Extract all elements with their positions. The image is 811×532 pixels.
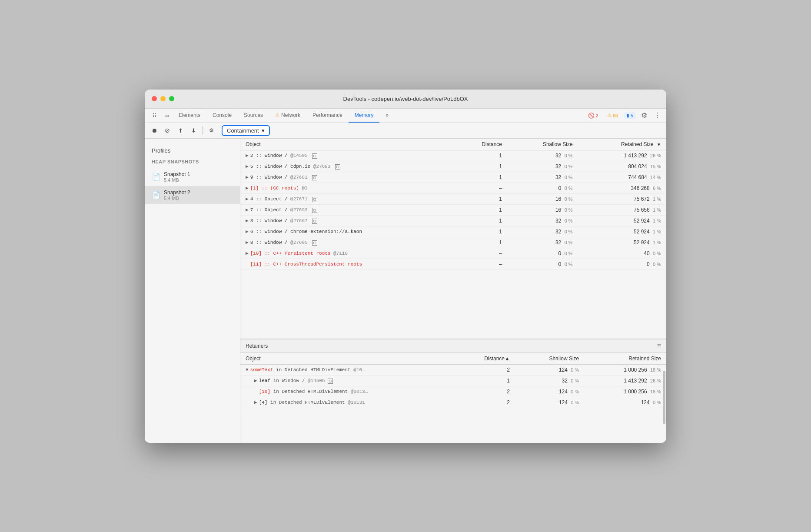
window-title: DevTools - codepen.io/web-dot-dev/live/P… <box>343 96 468 102</box>
expand-icon[interactable]: ▶ <box>246 163 249 169</box>
expand-icon[interactable]: ▶ <box>246 185 249 191</box>
retainers-header: Retainers ≡ <box>240 339 666 353</box>
main-table: Object Distance Shallow Size Retained Si… <box>240 139 666 270</box>
table-row[interactable]: ▶[11] :: C++ CrossThreadPersistent roots… <box>240 259 666 269</box>
tab-bar: ⠿ ▭ Elements Console Sources ⚠ Network P… <box>145 109 666 123</box>
table-row[interactable]: ▶8 :: Window / @27695 ▢132 0 %52 924 1 % <box>240 237 666 248</box>
expand-icon[interactable]: ▶ <box>246 207 249 213</box>
warning-icon: ⚠ <box>275 112 279 118</box>
more-icon[interactable]: ⋮ <box>652 110 663 121</box>
retainers-table-header: Object Distance▲ Shallow Size Retained S… <box>240 353 666 365</box>
info-badge[interactable]: ▮ 5 <box>624 112 636 119</box>
expand-icon[interactable]: ▶ <box>246 229 249 234</box>
collapse-icon[interactable]: ▼ <box>246 367 249 372</box>
table-row[interactable]: ▶4 :: Object / @27671 ▢116 0 %75 672 1 % <box>240 193 666 204</box>
retainers-table-body: ▼someText in Detached HTMLDivElement @10… <box>240 364 666 408</box>
table-row[interactable]: ▶3 :: Window / @27667 ▢132 0 %52 924 1 % <box>240 215 666 226</box>
expand-icon[interactable]: ▶ <box>246 239 249 245</box>
main-content: Profiles HEAP SNAPSHOTS 📄 Snapshot 1 5.4… <box>145 139 666 443</box>
minimize-button[interactable] <box>160 96 166 101</box>
tab-network[interactable]: ⚠ Network <box>269 109 306 123</box>
tab-inspector-icon[interactable]: ⠿ <box>148 110 160 122</box>
expand-icon[interactable]: ▶ <box>246 218 249 223</box>
expand-icon[interactable]: ▶ <box>246 174 249 180</box>
expand-icon[interactable]: ▶ <box>254 378 257 383</box>
ret-col-retained: Retained Size <box>584 353 666 365</box>
expand-icon[interactable]: ▶ <box>246 153 249 158</box>
table-row[interactable]: ▶9 :: Window / @27681 ▢132 0 %744 684 14… <box>240 172 666 183</box>
table-row[interactable]: ▶6 :: Window / chrome-extension://a…kaon… <box>240 226 666 237</box>
traffic-lights <box>152 96 174 101</box>
table-row[interactable]: ▶[1] :: (GC roots) @3–0 0 %346 268 6 % <box>240 183 666 193</box>
warning-badge[interactable]: ⚠ 66 <box>605 112 621 119</box>
tab-console[interactable]: Console <box>206 109 238 123</box>
main-table-header: Object Distance Shallow Size Retained Si… <box>240 139 666 150</box>
content-area: Object Distance Shallow Size Retained Si… <box>240 139 666 443</box>
containment-label: Containment <box>227 127 259 134</box>
col-distance: Distance <box>453 139 507 150</box>
tab-sources[interactable]: Sources <box>238 109 269 123</box>
warning-icon-badge: ⚠ <box>607 113 612 118</box>
settings-icon[interactable]: ⚙ <box>639 110 649 121</box>
retainers-title: Retainers <box>246 343 268 349</box>
titlebar: DevTools - codepen.io/web-dot-dev/live/P… <box>145 90 666 109</box>
tab-device-icon[interactable]: ▭ <box>160 110 173 122</box>
dropdown-arrow-icon: ▾ <box>262 127 265 134</box>
main-table-body: ▶2 :: Window / @14505 ▢132 0 %1 413 292 … <box>240 150 666 269</box>
download-button[interactable]: ⬇ <box>187 124 199 136</box>
collect-button[interactable]: ⚙ <box>205 124 217 136</box>
upload-button[interactable]: ⬆ <box>174 124 186 136</box>
tab-elements[interactable]: Elements <box>173 109 206 123</box>
maximize-button[interactable] <box>169 96 174 101</box>
error-icon: 🚫 <box>588 113 595 119</box>
sidebar-item-snapshot2[interactable]: 📄 Snapshot 2 5.4 MB <box>145 186 240 204</box>
retainers-panel: Retainers ≡ Object Distance▲ Shallow Siz… <box>240 339 666 443</box>
table-row[interactable]: ▶7 :: Object / @27693 ▢116 0 %75 656 1 % <box>240 204 666 215</box>
snapshot2-icon: 📄 <box>152 191 160 199</box>
expand-icon[interactable]: ▶ <box>254 399 257 405</box>
ret-col-shallow: Shallow Size <box>515 353 584 365</box>
ret-col-object: Object <box>240 353 453 365</box>
containment-dropdown[interactable]: Containment ▾ <box>222 125 270 136</box>
col-shallow: Shallow Size <box>507 139 578 150</box>
record-button[interactable]: ⏺ <box>148 124 160 136</box>
scrollbar[interactable] <box>663 371 665 425</box>
expand-icon[interactable]: ▶ <box>246 250 249 256</box>
secondary-toolbar: ⏺ ⊘ ⬆ ⬇ ⚙ Containment ▾ <box>145 123 666 139</box>
tab-performance[interactable]: Performance <box>306 109 349 123</box>
col-object: Object <box>240 139 453 150</box>
sidebar-title: Profiles <box>145 144 240 157</box>
tab-more[interactable]: » <box>379 109 395 123</box>
retainers-table: Object Distance▲ Shallow Size Retained S… <box>240 353 666 408</box>
sort-icon: ▼ <box>657 142 661 147</box>
col-retained: Retained Size ▼ <box>578 139 666 150</box>
snapshot-icon: 📄 <box>152 173 160 181</box>
main-table-container[interactable]: Object Distance Shallow Size Retained Si… <box>240 139 666 339</box>
stop-button[interactable]: ⊘ <box>161 124 173 136</box>
sidebar: Profiles HEAP SNAPSHOTS 📄 Snapshot 1 5.4… <box>145 139 240 443</box>
sidebar-item-snapshot1[interactable]: 📄 Snapshot 1 5.4 MB <box>145 168 240 186</box>
tab-memory[interactable]: Memory <box>349 109 379 123</box>
devtools-window: DevTools - codepen.io/web-dot-dev/live/P… <box>145 90 666 443</box>
toolbar-divider <box>202 126 203 135</box>
retainers-menu-icon[interactable]: ≡ <box>657 342 661 350</box>
ret-col-distance: Distance▲ <box>453 353 515 365</box>
table-row[interactable]: ▶[10] :: C++ Persistent roots @7118–0 0 … <box>240 248 666 259</box>
table-row[interactable]: ▶[10] in Detached HTMLDivElement @1013…2… <box>240 386 666 397</box>
close-button[interactable] <box>152 96 157 101</box>
info-icon: ▮ <box>627 113 629 118</box>
error-badge[interactable]: 🚫 2 <box>585 112 601 120</box>
heap-snapshots-label: HEAP SNAPSHOTS <box>145 157 240 168</box>
table-row[interactable]: ▶[4] in Detached HTMLDivElement @1013121… <box>240 397 666 408</box>
table-row[interactable]: ▶5 :: Window / cdpn.io @27683 ▢132 0 %80… <box>240 161 666 172</box>
table-row[interactable]: ▶leaf in Window / @14505 ▢132 0 %1 413 2… <box>240 375 666 386</box>
expand-icon[interactable]: ▶ <box>246 196 249 202</box>
table-row[interactable]: ▼someText in Detached HTMLDivElement @10… <box>240 364 666 375</box>
table-row[interactable]: ▶2 :: Window / @14505 ▢132 0 %1 413 292 … <box>240 150 666 161</box>
tabs-right-area: 🚫 2 ⚠ 66 ▮ 5 ⚙ ⋮ <box>585 110 663 121</box>
